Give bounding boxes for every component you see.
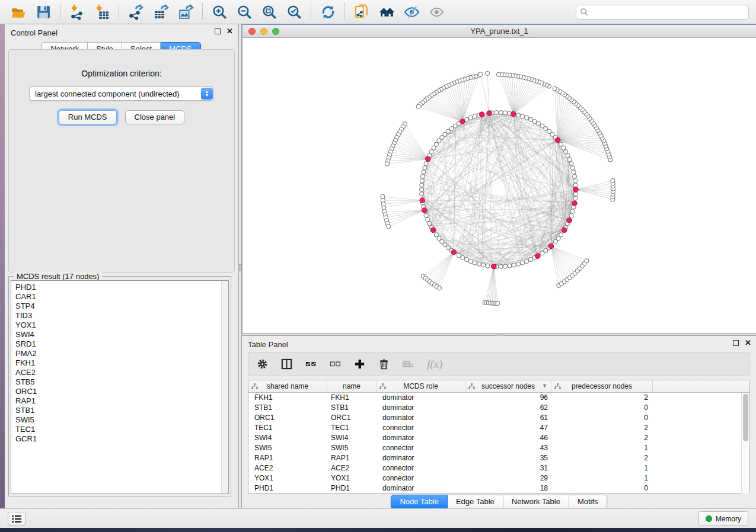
graph-node[interactable] bbox=[516, 262, 520, 266]
add-column-icon[interactable] bbox=[354, 358, 365, 370]
export-network-button[interactable] bbox=[126, 2, 145, 21]
graph-mcds-node[interactable] bbox=[555, 137, 560, 143]
tab-network-table[interactable]: Network Table bbox=[503, 495, 569, 509]
graph-node[interactable] bbox=[424, 213, 428, 217]
mcds-result-item[interactable]: STB5 bbox=[15, 377, 228, 387]
graph-node[interactable] bbox=[473, 114, 477, 118]
graph-node[interactable] bbox=[420, 192, 424, 196]
zoom-fit-button[interactable] bbox=[260, 2, 279, 21]
mcds-result-item[interactable]: YOX1 bbox=[15, 321, 228, 330]
graph-node[interactable] bbox=[499, 110, 503, 114]
open-file-button[interactable] bbox=[9, 2, 28, 21]
show-columns-icon[interactable] bbox=[281, 358, 292, 370]
graph-node[interactable] bbox=[382, 206, 386, 210]
graph-node[interactable] bbox=[573, 192, 578, 196]
graph-node[interactable] bbox=[573, 183, 578, 187]
graph-node[interactable] bbox=[528, 117, 532, 121]
graph-node[interactable] bbox=[573, 196, 578, 200]
mcds-result-item[interactable]: GCR1 bbox=[15, 434, 228, 444]
graph-node[interactable] bbox=[426, 217, 430, 222]
column-header-predecessor-nodes[interactable]: predecessor nodes bbox=[551, 380, 653, 392]
graph-node[interactable] bbox=[570, 209, 575, 213]
memory-button[interactable]: Memory bbox=[698, 511, 748, 526]
delete-table-icon[interactable] bbox=[403, 358, 414, 370]
window-close-icon[interactable] bbox=[248, 28, 256, 35]
graph-mcds-node[interactable] bbox=[492, 264, 497, 269]
graph-node[interactable] bbox=[532, 119, 537, 123]
graph-node[interactable] bbox=[385, 162, 389, 166]
graph-node[interactable] bbox=[486, 71, 490, 75]
control-panel-close-icon[interactable]: ✕ bbox=[227, 28, 233, 34]
graph-node[interactable] bbox=[468, 259, 473, 264]
mcds-result-item[interactable]: FKH1 bbox=[15, 358, 228, 368]
splitter-grip[interactable] bbox=[239, 264, 241, 271]
search-box[interactable] bbox=[576, 5, 749, 20]
graph-node[interactable] bbox=[416, 104, 420, 108]
import-network-button[interactable] bbox=[68, 2, 87, 21]
graph-node[interactable] bbox=[461, 255, 465, 259]
zoom-in-button[interactable] bbox=[210, 2, 229, 21]
mcds-result-item[interactable]: PHD1 bbox=[15, 283, 228, 292]
graph-node[interactable] bbox=[420, 174, 425, 178]
graph-node[interactable] bbox=[499, 264, 503, 268]
graph-node[interactable] bbox=[473, 261, 477, 265]
graph-node[interactable] bbox=[419, 187, 423, 191]
graph-mcds-node[interactable] bbox=[451, 249, 457, 255]
graph-node[interactable] bbox=[516, 113, 520, 117]
table-row[interactable]: SWI4SWI4dominator462 bbox=[248, 433, 749, 443]
show-graphics-eye-icon[interactable] bbox=[427, 2, 446, 21]
tab-node-table[interactable]: Node Table bbox=[391, 495, 448, 509]
mcds-result-item[interactable]: STB1 bbox=[15, 406, 228, 415]
column-header-name[interactable]: name bbox=[327, 380, 377, 392]
control-panel-float-icon[interactable] bbox=[215, 28, 221, 34]
table-row[interactable]: ACE2ACE2connector311 bbox=[248, 463, 749, 473]
deselect-all-icon[interactable] bbox=[330, 358, 341, 370]
window-maximize-icon[interactable] bbox=[272, 28, 279, 35]
mcds-result-item[interactable]: ACE2 bbox=[15, 368, 228, 377]
table-row[interactable]: STB1STB1dominator620 bbox=[248, 403, 749, 413]
table-row[interactable]: ORC1ORC1dominator610 bbox=[248, 413, 749, 423]
graph-mcds-node[interactable] bbox=[572, 201, 578, 206]
graph-node[interactable] bbox=[429, 149, 433, 153]
zoom-selected-button[interactable] bbox=[285, 2, 304, 21]
close-panel-button[interactable]: Close panel bbox=[125, 110, 185, 124]
graph-node[interactable] bbox=[585, 259, 589, 263]
graph-node[interactable] bbox=[508, 264, 512, 268]
graph-node[interactable] bbox=[573, 179, 578, 183]
graph-node[interactable] bbox=[464, 258, 468, 262]
graph-node[interactable] bbox=[521, 261, 525, 265]
mcds-result-item[interactable]: PMA2 bbox=[15, 349, 228, 358]
graph-node[interactable] bbox=[422, 170, 426, 174]
graph-node[interactable] bbox=[468, 116, 473, 120]
mcds-result-scrollbar[interactable] bbox=[221, 281, 228, 493]
tab-motifs[interactable]: Motifs bbox=[569, 495, 607, 509]
mcds-result-item[interactable]: SWI4 bbox=[15, 330, 228, 339]
graph-node[interactable] bbox=[611, 178, 615, 182]
graph-node[interactable] bbox=[567, 158, 572, 162]
mcds-result-item[interactable]: SRD1 bbox=[15, 339, 228, 349]
graph-mcds-node[interactable] bbox=[562, 227, 567, 233]
graph-mcds-node[interactable] bbox=[567, 218, 572, 223]
graph-node[interactable] bbox=[424, 162, 428, 166]
graph-node[interactable] bbox=[420, 179, 424, 183]
import-table-button[interactable] bbox=[92, 2, 111, 21]
optimization-criterion-select[interactable]: largest connected component (undirected)… bbox=[29, 86, 214, 101]
table-row[interactable]: TEC1TEC1connector472 bbox=[248, 423, 749, 433]
network-canvas[interactable] bbox=[243, 38, 756, 332]
mcds-result-list[interactable]: PHD1CAR1STP4TID3YOX1SWI4SRD1PMA2FKH1ACE2… bbox=[11, 280, 229, 494]
graph-mcds-node[interactable] bbox=[511, 111, 516, 117]
mcds-result-item[interactable]: RAP1 bbox=[15, 396, 228, 406]
graph-node[interactable] bbox=[479, 72, 483, 76]
graph-mcds-node[interactable] bbox=[573, 187, 579, 193]
mcds-result-item[interactable]: CAR1 bbox=[15, 292, 228, 302]
column-header-shared-name[interactable]: shared name bbox=[248, 380, 327, 392]
graph-node[interactable] bbox=[495, 110, 499, 114]
graph-mcds-node[interactable] bbox=[422, 208, 427, 213]
graph-node[interactable] bbox=[525, 116, 529, 120]
graph-node[interactable] bbox=[503, 111, 508, 115]
mcds-result-item[interactable]: STP4 bbox=[15, 302, 228, 311]
graph-node[interactable] bbox=[566, 153, 570, 158]
graph-node[interactable] bbox=[423, 166, 427, 170]
graph-node[interactable] bbox=[481, 263, 486, 267]
sort-chevron-icon[interactable]: ▼ bbox=[542, 383, 547, 389]
